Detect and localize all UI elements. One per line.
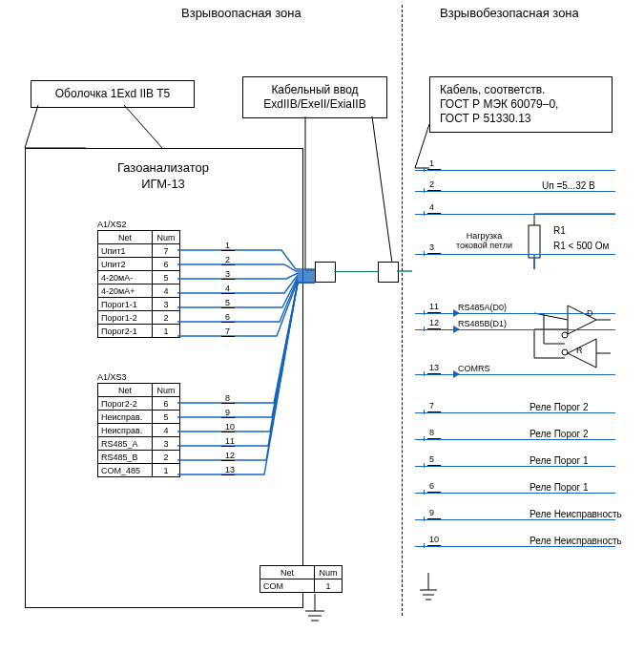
connector-gnd-table: Net Num COM1 bbox=[260, 565, 343, 593]
table-row: Uпит17 bbox=[98, 244, 180, 258]
connector-xs3-caption: A1/XS3 bbox=[97, 372, 180, 383]
gnd-head-num: Num bbox=[315, 566, 343, 579]
table-row: Порог1-13 bbox=[98, 298, 180, 311]
right-wire-label: Реле Порог 1 bbox=[530, 455, 589, 466]
left-wire-num: 5 bbox=[225, 298, 230, 307]
svg-point-13 bbox=[562, 332, 568, 338]
left-wire-num: 12 bbox=[225, 451, 235, 460]
leader-gland bbox=[305, 116, 329, 270]
right-wire bbox=[415, 329, 615, 330]
table-row: Uпит26 bbox=[98, 258, 180, 271]
right-wire-num: 10 bbox=[429, 535, 439, 544]
hazardous-zone-label: Взрывоопасная зона bbox=[181, 6, 301, 20]
ground-icon bbox=[305, 594, 324, 621]
right-wire-num: 3 bbox=[429, 242, 434, 252]
left-wire-num: 7 bbox=[225, 326, 230, 336]
left-wire-num: 11 bbox=[225, 436, 235, 446]
table-row: RS485_B2 bbox=[98, 451, 180, 464]
xs2-head-net: Net bbox=[98, 231, 153, 244]
right-wire-label: Uп =5...32 В bbox=[542, 180, 595, 191]
right-wire bbox=[415, 191, 615, 192]
right-wire-num: 13 bbox=[429, 363, 439, 372]
resistor-value: R1 < 500 Ом bbox=[553, 241, 609, 251]
connector-xs2-table: A1/XS2 Net Num Uпит17 Uпит26 4-20мА-5 4-… bbox=[97, 220, 180, 338]
load-label: Нагрузка токовой петли bbox=[456, 231, 512, 250]
left-wire-num: 4 bbox=[225, 284, 230, 293]
right-wire-label: Реле Порог 1 bbox=[530, 482, 589, 493]
table-row: Порог1-22 bbox=[98, 311, 180, 325]
right-wire bbox=[415, 374, 615, 375]
right-wire bbox=[415, 493, 615, 494]
cable-trunk bbox=[334, 271, 378, 272]
right-wire bbox=[415, 519, 615, 520]
right-wire bbox=[415, 214, 615, 215]
right-wire bbox=[415, 170, 615, 171]
right-wire-label: Реле Неисправность bbox=[530, 536, 622, 546]
table-row: COM_4851 bbox=[98, 464, 180, 477]
right-wire-num: 1 bbox=[429, 158, 434, 168]
right-wire-num: 2 bbox=[429, 179, 434, 189]
gnd-head-net: Net bbox=[260, 566, 315, 579]
xs3-head-num: Num bbox=[153, 384, 180, 397]
left-wire-num: 6 bbox=[225, 312, 230, 322]
left-wire-num: 8 bbox=[225, 393, 230, 403]
table-row: RS485_A3 bbox=[98, 437, 180, 451]
right-wire-label: RS485B(D1) bbox=[458, 319, 507, 328]
resistor-r1 bbox=[529, 214, 540, 269]
right-wire-num: 5 bbox=[429, 454, 434, 464]
safe-zone-label: Взрывобезопасная зона bbox=[440, 6, 579, 20]
right-wire-num: 8 bbox=[429, 428, 434, 437]
arrow-right-icon bbox=[453, 309, 460, 317]
table-row: COM1 bbox=[260, 579, 343, 593]
table-row: 4-20мА+4 bbox=[98, 284, 180, 298]
connector-xs2-caption: A1/XS2 bbox=[97, 220, 180, 230]
right-wire bbox=[415, 412, 615, 413]
connector-xs3-table: A1/XS3 Net Num Порог2-26 Неисправ.5 Неис… bbox=[97, 372, 180, 477]
leader-shell-2 bbox=[124, 105, 162, 148]
right-wire-num: 7 bbox=[429, 401, 434, 411]
table-row: Неисправ.4 bbox=[98, 424, 180, 437]
cable-gland-left bbox=[315, 262, 336, 283]
xs3-head-net: Net bbox=[98, 384, 153, 397]
right-wire bbox=[415, 546, 615, 547]
right-wire bbox=[415, 439, 615, 440]
leader-shell bbox=[25, 105, 86, 148]
right-wire-label: RS485A(D0) bbox=[458, 303, 507, 312]
driver-r-label: R bbox=[576, 346, 583, 355]
svg-point-14 bbox=[562, 349, 568, 355]
right-wire-label: Реле Порог 2 bbox=[530, 402, 589, 412]
left-wire-num: 3 bbox=[225, 269, 230, 279]
arrow-right-icon bbox=[453, 326, 460, 333]
right-wire bbox=[415, 313, 615, 314]
right-wire-label: COMRS bbox=[458, 364, 490, 373]
table-row: Порог2-26 bbox=[98, 397, 180, 411]
left-wire-num: 13 bbox=[225, 465, 235, 474]
table-row: Порог2-11 bbox=[98, 325, 180, 338]
svg-rect-8 bbox=[529, 225, 540, 258]
right-ground-icon bbox=[420, 573, 437, 600]
left-wire-num: 10 bbox=[225, 422, 235, 432]
left-wire-num: 1 bbox=[225, 241, 230, 250]
right-wire-label: Реле Неисправность bbox=[530, 509, 622, 519]
shell-callout: Оболочка 1Exd IIB T5 bbox=[31, 80, 195, 108]
arrow-right-icon bbox=[453, 370, 460, 378]
leader-gland-2 bbox=[372, 116, 393, 270]
table-row: Неисправ.5 bbox=[98, 411, 180, 424]
cable-gland-right bbox=[378, 262, 399, 283]
leader-cable-std bbox=[415, 124, 429, 168]
right-wire-label: Реле Порог 2 bbox=[530, 429, 589, 439]
zone-divider bbox=[402, 5, 403, 616]
cable-gland-callout: Кабельный ввод ExdIIB/ExeII/ExiaIIB bbox=[242, 76, 387, 118]
left-wire-num: 9 bbox=[225, 408, 230, 417]
rs485-driver-icon bbox=[534, 305, 611, 368]
right-wire-num: 9 bbox=[429, 508, 434, 517]
analyzer-title: Газоанализатор ИГМ-13 bbox=[25, 160, 301, 193]
xs2-head-num: Num bbox=[153, 231, 180, 244]
left-wire-num: 2 bbox=[225, 255, 230, 264]
right-wire-num: 11 bbox=[429, 302, 439, 311]
right-wire bbox=[415, 466, 615, 467]
right-wire-num: 4 bbox=[429, 202, 434, 212]
right-wire-num: 6 bbox=[429, 481, 434, 491]
cable-std-callout: Кабель, соответств. ГОСТ Р МЭК 60079–0, … bbox=[429, 76, 613, 133]
svg-line-17 bbox=[534, 313, 568, 320]
